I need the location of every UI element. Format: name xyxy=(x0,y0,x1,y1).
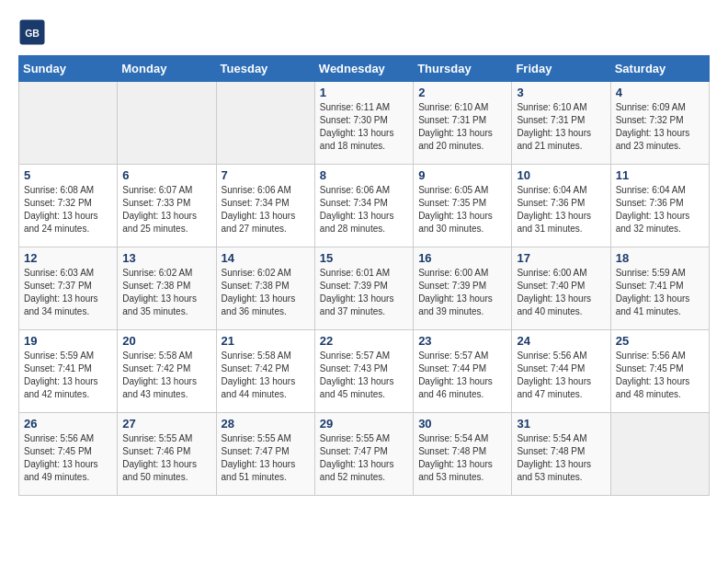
weekday-header: Thursday xyxy=(414,56,512,82)
calendar-cell xyxy=(19,82,118,165)
day-number: 3 xyxy=(517,86,605,99)
calendar-cell: 5Sunrise: 6:08 AM Sunset: 7:32 PM Daylig… xyxy=(19,165,118,247)
calendar-cell: 9Sunrise: 6:05 AM Sunset: 7:35 PM Daylig… xyxy=(414,165,512,247)
day-info: Sunrise: 6:04 AM Sunset: 7:36 PM Dayligh… xyxy=(517,184,605,236)
day-info: Sunrise: 5:57 AM Sunset: 7:44 PM Dayligh… xyxy=(418,350,506,401)
day-number: 21 xyxy=(222,334,310,348)
calendar-cell: 14Sunrise: 6:02 AM Sunset: 7:38 PM Dayli… xyxy=(216,247,314,330)
day-number: 28 xyxy=(222,417,310,431)
calendar-cell: 6Sunrise: 6:07 AM Sunset: 7:33 PM Daylig… xyxy=(118,165,216,247)
calendar-cell xyxy=(118,82,216,165)
day-number: 10 xyxy=(517,168,605,182)
calendar-cell: 24Sunrise: 5:56 AM Sunset: 7:44 PM Dayli… xyxy=(512,330,610,413)
day-info: Sunrise: 6:00 AM Sunset: 7:40 PM Dayligh… xyxy=(517,267,605,318)
day-number: 15 xyxy=(320,251,408,265)
day-number: 8 xyxy=(320,168,408,182)
day-info: Sunrise: 6:08 AM Sunset: 7:32 PM Dayligh… xyxy=(24,184,112,236)
day-info: Sunrise: 6:09 AM Sunset: 7:32 PM Dayligh… xyxy=(616,101,704,153)
day-number: 2 xyxy=(418,86,506,99)
weekday-header: Friday xyxy=(512,56,610,82)
day-info: Sunrise: 6:06 AM Sunset: 7:34 PM Dayligh… xyxy=(320,184,408,236)
calendar-cell: 25Sunrise: 5:56 AM Sunset: 7:45 PM Dayli… xyxy=(610,330,709,413)
day-number: 30 xyxy=(418,417,506,431)
day-number: 6 xyxy=(122,168,210,182)
svg-text:GB: GB xyxy=(25,28,40,39)
calendar-cell: 19Sunrise: 5:59 AM Sunset: 7:41 PM Dayli… xyxy=(19,330,118,413)
day-info: Sunrise: 5:57 AM Sunset: 7:43 PM Dayligh… xyxy=(320,350,408,401)
calendar-cell: 4Sunrise: 6:09 AM Sunset: 7:32 PM Daylig… xyxy=(610,82,709,165)
day-number: 24 xyxy=(517,334,605,348)
day-info: Sunrise: 6:00 AM Sunset: 7:39 PM Dayligh… xyxy=(418,267,506,318)
calendar-cell: 3Sunrise: 6:10 AM Sunset: 7:31 PM Daylig… xyxy=(512,82,610,165)
calendar-week-row: 5Sunrise: 6:08 AM Sunset: 7:32 PM Daylig… xyxy=(19,165,710,247)
calendar-cell: 13Sunrise: 6:02 AM Sunset: 7:38 PM Dayli… xyxy=(118,247,216,330)
day-info: Sunrise: 6:07 AM Sunset: 7:33 PM Dayligh… xyxy=(122,184,210,236)
day-info: Sunrise: 5:58 AM Sunset: 7:42 PM Dayligh… xyxy=(122,350,210,401)
logo: GB xyxy=(18,18,48,46)
calendar-cell: 12Sunrise: 6:03 AM Sunset: 7:37 PM Dayli… xyxy=(19,247,118,330)
calendar-cell: 1Sunrise: 6:11 AM Sunset: 7:30 PM Daylig… xyxy=(314,82,413,165)
page-header: GB xyxy=(18,18,710,46)
day-info: Sunrise: 6:02 AM Sunset: 7:38 PM Dayligh… xyxy=(122,267,210,318)
day-number: 4 xyxy=(616,86,704,99)
calendar-cell: 23Sunrise: 5:57 AM Sunset: 7:44 PM Dayli… xyxy=(414,330,512,413)
day-info: Sunrise: 6:10 AM Sunset: 7:31 PM Dayligh… xyxy=(418,101,506,153)
day-info: Sunrise: 6:06 AM Sunset: 7:34 PM Dayligh… xyxy=(222,184,310,236)
weekday-header: Tuesday xyxy=(216,56,314,82)
calendar-cell xyxy=(216,82,314,165)
weekday-header: Monday xyxy=(118,56,216,82)
day-number: 25 xyxy=(616,334,704,348)
calendar-cell: 21Sunrise: 5:58 AM Sunset: 7:42 PM Dayli… xyxy=(216,330,314,413)
day-number: 26 xyxy=(24,417,112,431)
calendar-cell: 11Sunrise: 6:04 AM Sunset: 7:36 PM Dayli… xyxy=(610,165,709,247)
calendar-week-row: 19Sunrise: 5:59 AM Sunset: 7:41 PM Dayli… xyxy=(19,330,710,413)
day-info: Sunrise: 6:04 AM Sunset: 7:36 PM Dayligh… xyxy=(616,184,704,236)
day-number: 27 xyxy=(122,417,210,431)
day-number: 22 xyxy=(320,334,408,348)
day-info: Sunrise: 6:02 AM Sunset: 7:38 PM Dayligh… xyxy=(222,267,310,318)
day-info: Sunrise: 5:58 AM Sunset: 7:42 PM Dayligh… xyxy=(222,350,310,401)
day-number: 7 xyxy=(222,168,310,182)
day-info: Sunrise: 5:59 AM Sunset: 7:41 PM Dayligh… xyxy=(24,350,112,401)
day-info: Sunrise: 5:55 AM Sunset: 7:46 PM Dayligh… xyxy=(122,432,210,484)
day-number: 5 xyxy=(24,168,112,182)
calendar-week-row: 12Sunrise: 6:03 AM Sunset: 7:37 PM Dayli… xyxy=(19,247,710,330)
day-number: 11 xyxy=(616,168,704,182)
calendar-cell: 18Sunrise: 5:59 AM Sunset: 7:41 PM Dayli… xyxy=(610,247,709,330)
day-number: 29 xyxy=(320,417,408,431)
calendar-cell: 15Sunrise: 6:01 AM Sunset: 7:39 PM Dayli… xyxy=(314,247,413,330)
calendar-cell: 8Sunrise: 6:06 AM Sunset: 7:34 PM Daylig… xyxy=(314,165,413,247)
day-info: Sunrise: 5:54 AM Sunset: 7:48 PM Dayligh… xyxy=(418,432,506,484)
day-number: 12 xyxy=(24,251,112,265)
day-number: 23 xyxy=(418,334,506,348)
weekday-header: Sunday xyxy=(19,56,118,82)
calendar-week-row: 1Sunrise: 6:11 AM Sunset: 7:30 PM Daylig… xyxy=(19,82,710,165)
calendar-cell: 16Sunrise: 6:00 AM Sunset: 7:39 PM Dayli… xyxy=(414,247,512,330)
day-number: 14 xyxy=(222,251,310,265)
calendar-cell: 10Sunrise: 6:04 AM Sunset: 7:36 PM Dayli… xyxy=(512,165,610,247)
day-info: Sunrise: 6:10 AM Sunset: 7:31 PM Dayligh… xyxy=(517,101,605,153)
day-number: 16 xyxy=(418,251,506,265)
day-info: Sunrise: 5:55 AM Sunset: 7:47 PM Dayligh… xyxy=(222,432,310,484)
day-info: Sunrise: 6:03 AM Sunset: 7:37 PM Dayligh… xyxy=(24,267,112,318)
day-info: Sunrise: 6:01 AM Sunset: 7:39 PM Dayligh… xyxy=(320,267,408,318)
day-number: 9 xyxy=(418,168,506,182)
day-number: 18 xyxy=(616,251,704,265)
day-info: Sunrise: 6:11 AM Sunset: 7:30 PM Dayligh… xyxy=(320,101,408,153)
day-number: 1 xyxy=(320,86,408,99)
calendar-cell: 27Sunrise: 5:55 AM Sunset: 7:46 PM Dayli… xyxy=(118,413,216,496)
day-number: 31 xyxy=(517,417,605,431)
day-number: 13 xyxy=(122,251,210,265)
calendar-cell: 31Sunrise: 5:54 AM Sunset: 7:48 PM Dayli… xyxy=(512,413,610,496)
day-number: 19 xyxy=(24,334,112,348)
calendar-cell: 22Sunrise: 5:57 AM Sunset: 7:43 PM Dayli… xyxy=(314,330,413,413)
day-info: Sunrise: 5:56 AM Sunset: 7:45 PM Dayligh… xyxy=(24,432,112,484)
calendar-cell: 7Sunrise: 6:06 AM Sunset: 7:34 PM Daylig… xyxy=(216,165,314,247)
logo-icon: GB xyxy=(18,18,46,46)
calendar-cell xyxy=(610,413,709,496)
calendar-cell: 28Sunrise: 5:55 AM Sunset: 7:47 PM Dayli… xyxy=(216,413,314,496)
weekday-header: Saturday xyxy=(610,56,709,82)
day-info: Sunrise: 5:56 AM Sunset: 7:44 PM Dayligh… xyxy=(517,350,605,401)
calendar-cell: 30Sunrise: 5:54 AM Sunset: 7:48 PM Dayli… xyxy=(414,413,512,496)
calendar-cell: 17Sunrise: 6:00 AM Sunset: 7:40 PM Dayli… xyxy=(512,247,610,330)
